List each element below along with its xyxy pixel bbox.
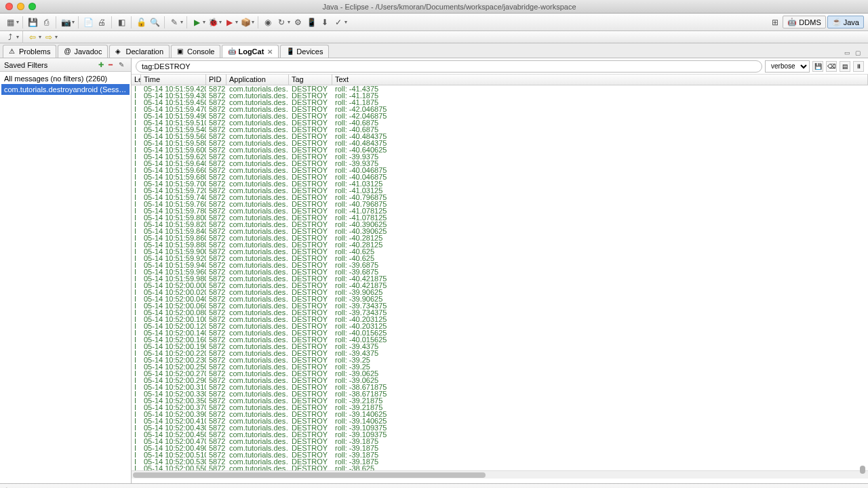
log-row[interactable]: I05-14 10:51:59.8805872com.tutorials.des… — [132, 241, 868, 248]
vertical-scrollbar[interactable] — [860, 87, 867, 474]
minimize-view-button[interactable]: ▭ — [842, 48, 852, 58]
log-row[interactable]: I05-14 10:51:59.5405872com.tutorials.des… — [132, 126, 868, 133]
scroll-lock-button[interactable]: ⏸ — [853, 61, 864, 72]
sdk-button[interactable]: ⬇ — [319, 16, 331, 28]
clear-log-button[interactable]: ⌫ — [826, 61, 837, 72]
log-row[interactable]: I05-14 10:52:00.3905872com.tutorials.des… — [132, 411, 868, 418]
forward-button[interactable]: ⇨ — [43, 31, 55, 43]
log-row[interactable]: I05-14 10:51:59.9005872com.tutorials.des… — [132, 248, 868, 255]
log-rows[interactable]: I05-14 10:51:59.4205872com.tutorials.des… — [132, 85, 868, 470]
open-perspective-button[interactable]: ⊞ — [769, 16, 781, 28]
save-file-button[interactable]: 📄 — [82, 16, 94, 28]
avd-button[interactable]: 📱 — [305, 16, 317, 28]
log-row[interactable]: I05-14 10:52:00.3105872com.tutorials.des… — [132, 384, 868, 390]
col-tag[interactable]: Tag — [289, 75, 332, 85]
log-row[interactable]: I05-14 10:51:59.7405872com.tutorials.des… — [132, 194, 868, 201]
toggle-mark-button[interactable]: ✎ — [168, 16, 180, 28]
new-button[interactable]: ▦ — [4, 16, 16, 28]
log-row[interactable]: I05-14 10:52:00.2705872com.tutorials.des… — [132, 370, 868, 377]
edit-filter-button[interactable]: ✎ — [119, 61, 127, 69]
log-row[interactable]: I05-14 10:52:00.4705872com.tutorials.des… — [132, 438, 868, 445]
log-row[interactable]: I05-14 10:51:59.7205872com.tutorials.des… — [132, 187, 868, 194]
log-row[interactable]: I05-14 10:51:59.9805872com.tutorials.des… — [132, 275, 868, 282]
open-type-button[interactable]: ◧ — [115, 16, 127, 28]
log-row[interactable]: I05-14 10:52:00.0205872com.tutorials.des… — [132, 289, 868, 296]
task-icon[interactable]: ⟳ — [4, 486, 14, 489]
maximize-view-button[interactable]: ▢ — [853, 48, 863, 58]
lint-button[interactable]: ✓ — [332, 16, 344, 28]
search-button[interactable]: 🔍 — [149, 16, 161, 28]
tab-declaration[interactable]: ◈Declaration — [109, 45, 170, 58]
log-row[interactable]: I05-14 10:51:59.8005872com.tutorials.des… — [132, 214, 868, 221]
log-row[interactable]: I05-14 10:52:00.2905872com.tutorials.des… — [132, 377, 868, 384]
col-application[interactable]: Application — [226, 75, 289, 85]
log-row[interactable]: I05-14 10:52:00.5305872com.tutorials.des… — [132, 458, 868, 465]
log-row[interactable]: I05-14 10:52:00.1005872com.tutorials.des… — [132, 316, 868, 323]
add-filter-button[interactable]: ✚ — [98, 61, 106, 69]
log-row[interactable]: I05-14 10:51:59.6805872com.tutorials.des… — [132, 174, 868, 180]
log-row[interactable]: I05-14 10:52:00.4105872com.tutorials.des… — [132, 418, 868, 424]
log-row[interactable]: I05-14 10:51:59.5605872com.tutorials.des… — [132, 133, 868, 140]
log-row[interactable]: I05-14 10:51:59.8405872com.tutorials.des… — [132, 228, 868, 235]
log-row[interactable]: I05-14 10:51:59.4705872com.tutorials.des… — [132, 106, 868, 113]
log-row[interactable]: I05-14 10:51:59.6405872com.tutorials.des… — [132, 160, 868, 167]
log-row[interactable]: I05-14 10:51:59.6205872com.tutorials.des… — [132, 153, 868, 160]
horizontal-scrollbar[interactable] — [132, 470, 868, 479]
log-row[interactable]: I05-14 10:52:00.2205872com.tutorials.des… — [132, 350, 868, 357]
save-button[interactable]: 💾 — [26, 16, 39, 28]
debug-toggle-button[interactable]: 🔓 — [135, 16, 147, 28]
log-row[interactable]: I05-14 10:52:00.3505872com.tutorials.des… — [132, 397, 868, 404]
filter-item-all[interactable]: All messages (no filters) (2260) — [1, 73, 130, 84]
perspective-java[interactable]: ☕Java — [827, 16, 864, 28]
close-window-button[interactable] — [5, 3, 13, 10]
log-row[interactable]: I05-14 10:52:00.4305872com.tutorials.des… — [132, 424, 868, 431]
log-row[interactable]: I05-14 10:51:59.8205872com.tutorials.des… — [132, 221, 868, 228]
log-level-select[interactable]: verbose — [765, 60, 810, 73]
log-row[interactable]: I05-14 10:51:59.6005872com.tutorials.des… — [132, 146, 868, 153]
log-row[interactable]: I05-14 10:51:59.4905872com.tutorials.des… — [132, 113, 868, 119]
run-button[interactable]: ▶ — [191, 16, 203, 28]
debug-button[interactable]: 🐞 — [207, 16, 219, 28]
col-pid[interactable]: PID — [206, 75, 226, 85]
link-editor-button[interactable]: ⤴ — [4, 31, 16, 43]
sync-button[interactable]: ↻ — [275, 16, 288, 28]
save-all-button[interactable]: ⎙ — [40, 16, 52, 28]
log-row[interactable]: I05-14 10:52:00.5105872com.tutorials.des… — [132, 451, 868, 458]
log-row[interactable]: I05-14 10:52:00.4505872com.tutorials.des… — [132, 431, 868, 438]
print-button[interactable]: 🖨 — [96, 16, 108, 28]
log-row[interactable]: I05-14 10:51:59.7805872com.tutorials.des… — [132, 207, 868, 214]
perspective-ddms[interactable]: 🤖DDMS — [783, 16, 825, 28]
filter-item-session[interactable]: com.tutorials.destroyandroid (Session Fi… — [1, 84, 130, 95]
log-row[interactable]: I05-14 10:51:59.9605872com.tutorials.des… — [132, 268, 868, 275]
log-row[interactable]: I05-14 10:52:00.1405872com.tutorials.des… — [132, 329, 868, 336]
col-time[interactable]: Time — [141, 75, 206, 85]
remove-filter-button[interactable]: ━ — [108, 61, 117, 69]
log-row[interactable]: I05-14 10:52:00.0605872com.tutorials.des… — [132, 302, 868, 309]
tab-javadoc[interactable]: @Javadoc — [58, 45, 108, 58]
log-row[interactable]: I05-14 10:52:00.4905872com.tutorials.des… — [132, 445, 868, 451]
zoom-window-button[interactable] — [28, 3, 36, 10]
log-row[interactable]: I05-14 10:52:00.3305872com.tutorials.des… — [132, 390, 868, 397]
log-row[interactable]: I05-14 10:52:00.0805872com.tutorials.des… — [132, 309, 868, 316]
log-row[interactable]: I05-14 10:52:00.1205872com.tutorials.des… — [132, 323, 868, 329]
search-input[interactable] — [136, 60, 762, 73]
display-filters-button[interactable]: ▤ — [840, 61, 850, 72]
log-row[interactable]: I05-14 10:51:59.4205872com.tutorials.des… — [132, 85, 868, 92]
screenshot-button[interactable]: 📷 — [60, 16, 72, 28]
log-row[interactable]: I05-14 10:51:59.5105872com.tutorials.des… — [132, 119, 868, 126]
log-row[interactable]: I05-14 10:52:00.1605872com.tutorials.des… — [132, 336, 868, 343]
log-row[interactable]: I05-14 10:51:59.8605872com.tutorials.des… — [132, 235, 868, 241]
log-row[interactable]: I05-14 10:51:59.9205872com.tutorials.des… — [132, 255, 868, 262]
col-level[interactable]: Le — [132, 75, 141, 85]
log-row[interactable]: I05-14 10:52:00.2505872com.tutorials.des… — [132, 363, 868, 370]
log-row[interactable]: I05-14 10:52:00.3705872com.tutorials.des… — [132, 404, 868, 411]
back-button[interactable]: ⇦ — [26, 31, 39, 43]
log-row[interactable]: I05-14 10:52:00.1905872com.tutorials.des… — [132, 343, 868, 350]
close-tab-icon[interactable]: ✕ — [267, 48, 273, 56]
new-dropdown[interactable]: ▾ — [16, 19, 19, 25]
save-log-button[interactable]: 💾 — [812, 61, 823, 72]
log-row[interactable]: I05-14 10:51:59.5805872com.tutorials.des… — [132, 140, 868, 146]
log-row[interactable]: I05-14 10:51:59.7005872com.tutorials.des… — [132, 180, 868, 187]
new-package-button[interactable]: 📦 — [239, 16, 252, 28]
log-row[interactable]: I05-14 10:52:00.2305872com.tutorials.des… — [132, 357, 868, 363]
